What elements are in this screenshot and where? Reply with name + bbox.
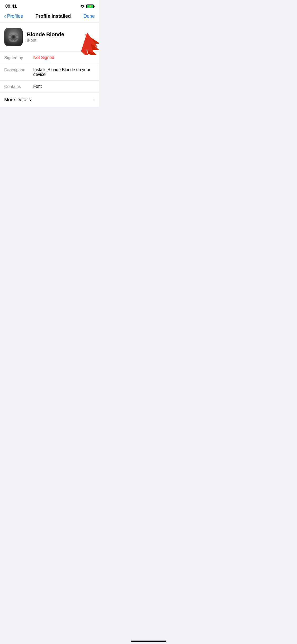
details-card: Signed by Not Signed Description Install… (0, 52, 99, 93)
gear-icon (5, 29, 22, 45)
description-value: Installs Blonde Blonde on your device (33, 67, 95, 77)
svg-rect-5 (13, 33, 15, 34)
signed-by-label: Signed by (4, 55, 33, 60)
content-area: Blonde Blonde iFont Signed by Not Signed… (0, 22, 99, 107)
profile-subtitle: iFont (27, 38, 64, 43)
svg-rect-6 (13, 40, 15, 42)
back-chevron-icon: ‹ (4, 13, 6, 19)
nav-title: Profile Installed (35, 13, 71, 19)
status-icons: ⚡ (80, 4, 94, 8)
contains-row: Contains Font (0, 81, 99, 93)
back-label: Profiles (7, 13, 23, 19)
signed-by-value: Not Signed (33, 55, 95, 60)
battery-icon: ⚡ (86, 4, 94, 8)
svg-rect-8 (9, 36, 11, 38)
description-label: Description (4, 67, 33, 72)
contains-value: Font (33, 84, 95, 89)
profile-header: Blonde Blonde iFont (0, 22, 99, 52)
description-row: Description Installs Blonde Blonde on yo… (0, 64, 99, 81)
profile-name: Blonde Blonde (27, 31, 64, 38)
more-details-label: More Details (4, 97, 31, 103)
signed-by-row: Signed by Not Signed (0, 52, 99, 64)
svg-rect-7 (16, 36, 18, 38)
profile-app-icon (4, 28, 23, 46)
done-button[interactable]: Done (83, 13, 95, 19)
back-button[interactable]: ‹ Profiles (4, 13, 23, 19)
battery-bolt: ⚡ (89, 5, 92, 8)
profile-text-block: Blonde Blonde iFont (27, 31, 64, 43)
more-details-row[interactable]: More Details › (0, 93, 99, 107)
status-bar: 09:41 ⚡ (0, 0, 99, 11)
more-details-chevron-icon: › (93, 97, 95, 103)
contains-label: Contains (4, 84, 33, 89)
status-time: 09:41 (5, 4, 17, 9)
wifi-icon (80, 4, 85, 8)
nav-bar: ‹ Profiles Profile Installed Done (0, 11, 99, 22)
svg-point-15 (12, 36, 15, 38)
